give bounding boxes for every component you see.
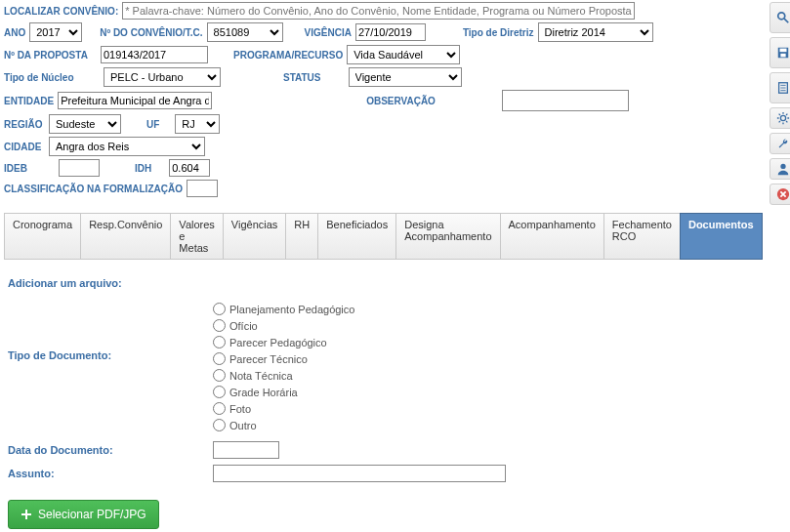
selecionar-pdf-button[interactable]: Selecionar PDF/JPG: [8, 500, 159, 529]
svg-rect-7: [780, 54, 785, 58]
tab-cronograma[interactable]: Cronograma: [4, 213, 81, 260]
data-documento-label: Data do Documento:: [8, 444, 213, 456]
regiao-label: REGIÃO: [4, 119, 45, 130]
doc-type-label: Planejamento Pedagógico: [229, 304, 354, 315]
classif-label: CLASSIFICAÇÃO NA FORMALIZAÇÃO: [4, 184, 183, 194]
parametros-button[interactable]: Parâmetros: [769, 133, 790, 154]
tab-respconv[interactable]: Resp.Convênio: [80, 213, 171, 260]
tab-rh[interactable]: RH: [285, 213, 318, 260]
doc-type-label: Nota Técnica: [229, 370, 293, 382]
uf-label: UF: [146, 119, 159, 130]
cidade-select[interactable]: Angra dos Reis: [49, 137, 205, 156]
proposta-input[interactable]: [101, 46, 208, 63]
doc-type-label: Ofício: [229, 320, 258, 332]
doc-type-label: Parecer Pedagógico: [229, 337, 327, 348]
tab-docs[interactable]: Documentos: [680, 213, 763, 260]
doc-type-label: Foto: [229, 403, 251, 415]
svg-rect-6: [779, 49, 786, 53]
user-icon: [776, 162, 790, 176]
document-icon: [776, 81, 790, 95]
doc-type-option[interactable]: Foto: [213, 402, 354, 415]
nucleo-label: Tipo de Núcleo: [4, 72, 82, 83]
doc-type-radio[interactable]: [213, 402, 226, 415]
tabs-bar: CronogramaResp.ConvênioValores e MetasVi…: [4, 213, 762, 260]
doc-type-radio[interactable]: [213, 319, 226, 332]
programa-label: PROGRAMA/RECURSO: [233, 50, 343, 61]
assunto-label: Assunto:: [8, 468, 213, 479]
svg-line-4: [783, 19, 787, 22]
doc-type-option[interactable]: Planejamento Pedagógico: [213, 303, 354, 315]
salvar-registro-button[interactable]: Salvar Registro: [769, 37, 790, 68]
ano-label: ANO: [4, 27, 25, 38]
status-label: STATUS: [283, 72, 321, 83]
doc-type-option[interactable]: Parecer Pedagógico: [213, 336, 354, 348]
tab-vigencias[interactable]: Vigências: [223, 213, 287, 260]
classif-input[interactable]: [187, 180, 218, 197]
close-icon: [776, 187, 790, 201]
data-documento-input[interactable]: [213, 441, 279, 459]
tab-valores[interactable]: Valores e Metas: [170, 213, 223, 260]
sair-button[interactable]: Sair: [769, 184, 790, 205]
localizar-label: LOCALIZAR CONVÊNIO:: [4, 6, 118, 17]
observacao-input[interactable]: [502, 90, 629, 111]
svg-point-3: [777, 13, 784, 20]
assunto-input[interactable]: [213, 465, 506, 482]
proposta-label: Nº DA PROPOSTA: [4, 50, 97, 61]
doc-type-option[interactable]: Outro: [213, 419, 354, 431]
doc-type-option[interactable]: Parecer Técnico: [213, 352, 354, 365]
vigencia-input[interactable]: [355, 23, 426, 41]
cidade-label: CIDADE: [4, 142, 45, 152]
tab-fech[interactable]: Fechamento RCO: [603, 213, 681, 260]
status-select[interactable]: Vigente: [349, 67, 462, 87]
gear-icon: [776, 111, 790, 125]
admin-button[interactable]: Admin: [769, 158, 790, 180]
tipo-documento-label: Tipo de Documento:: [8, 349, 213, 361]
wrench-icon: [776, 137, 790, 150]
doc-type-label: Parecer Técnico: [229, 353, 308, 365]
svg-point-12: [780, 115, 785, 120]
idh-label: IDH: [135, 163, 151, 174]
adicionar-heading: Adicionar um arquivo:: [8, 277, 758, 289]
doc-type-radio[interactable]: [213, 369, 226, 382]
ideb-label: IDEB: [4, 163, 33, 174]
doc-type-option[interactable]: Grade Horária: [213, 386, 354, 398]
regiao-select[interactable]: Sudeste: [49, 114, 121, 134]
disk-icon: [776, 46, 790, 60]
ano-select[interactable]: 2017: [29, 22, 82, 42]
programa-select[interactable]: Vida Saudável: [347, 45, 460, 64]
localizar-input[interactable]: [122, 2, 635, 20]
selecionar-pdf-label: Selecionar PDF/JPG: [38, 508, 146, 521]
diretriz-label: Tipo de Diretriz: [463, 27, 534, 38]
localizar-registro-button[interactable]: Localizar Registro: [769, 2, 790, 33]
plus-icon: [21, 509, 32, 520]
entidade-label: ENTIDADE: [4, 96, 54, 106]
doc-type-option[interactable]: Ofício: [213, 319, 354, 332]
svg-point-13: [780, 164, 785, 169]
doc-type-radio[interactable]: [213, 352, 226, 365]
doc-type-radio[interactable]: [213, 303, 226, 315]
nucleo-select[interactable]: PELC - Urbano: [104, 67, 221, 87]
idh-input[interactable]: [169, 159, 210, 177]
uf-select[interactable]: RJ: [175, 114, 220, 134]
doc-type-option[interactable]: Nota Técnica: [213, 369, 354, 382]
tab-designa[interactable]: Designa Acompanhamento: [395, 213, 500, 260]
ideb-input[interactable]: [59, 159, 100, 177]
doc-type-radio[interactable]: [213, 419, 226, 431]
tab-acomp[interactable]: Acompanhamento: [500, 213, 604, 260]
tab-benef[interactable]: Beneficiados: [317, 213, 396, 260]
doc-type-label: Grade Horária: [229, 387, 298, 398]
tipo-documento-group: Planejamento PedagógicoOfícioParecer Ped…: [213, 303, 354, 431]
relatorio-logs-button[interactable]: Relatório de Logs: [769, 72, 790, 103]
doc-type-radio[interactable]: [213, 386, 226, 398]
search-icon: [776, 11, 790, 24]
numconv-select[interactable]: 851089: [207, 22, 283, 42]
gestao-info-button[interactable]: Gestão Info: [769, 107, 790, 129]
entidade-input[interactable]: [58, 92, 212, 109]
doc-type-radio[interactable]: [213, 336, 226, 348]
diretriz-select[interactable]: Diretriz 2014: [538, 22, 653, 42]
observacao-label: OBSERVAÇÃO: [366, 96, 436, 106]
doc-type-label: Outro: [229, 420, 257, 431]
numconv-label: Nº DO CONVÊNIO/T.C.: [100, 27, 202, 38]
vigencia-label: VIGÊNCIA: [305, 27, 352, 38]
